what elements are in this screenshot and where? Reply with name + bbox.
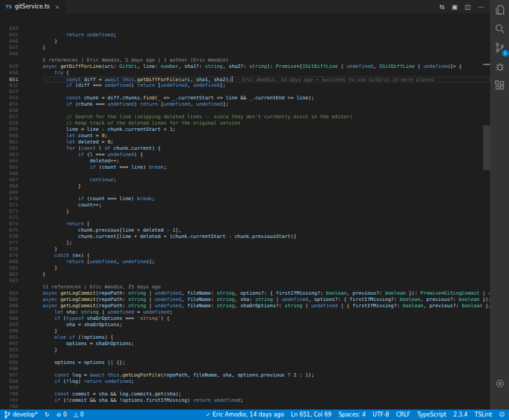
code-line[interactable]: 681 } <box>0 265 490 272</box>
line-number[interactable]: 695 <box>0 360 31 366</box>
line-number[interactable]: 674 <box>0 221 31 227</box>
code-line[interactable]: 655 if (chunk === undefined) return [und… <box>0 102 490 108</box>
line-number[interactable]: 698 <box>0 379 31 385</box>
code-line[interactable]: 684 async getLogCommit(repoPath: string … <box>0 290 490 297</box>
code-line[interactable]: 653 <box>0 89 490 95</box>
line-number[interactable]: 676 <box>0 234 31 240</box>
line-number[interactable]: 658 <box>0 120 31 127</box>
code-line[interactable]: 692 options = shaOrOptions; <box>0 341 490 347</box>
open-preview-icon[interactable]: ▣ <box>452 4 458 10</box>
line-number[interactable]: 664 <box>0 158 31 164</box>
code-line[interactable]: 674 return [ <box>0 221 490 227</box>
line-number[interactable]: 699 <box>0 385 31 391</box>
close-tab-icon[interactable]: × <box>55 4 60 10</box>
code-line[interactable]: 672 } <box>0 209 490 215</box>
code-line[interactable]: 675 chunk.previous[line + deleted - 1], <box>0 227 490 234</box>
line-number[interactable]: 656 <box>0 108 31 114</box>
code-line[interactable]: 656 <box>0 108 490 114</box>
code-line[interactable]: 690 } <box>0 328 490 335</box>
code-line[interactable]: 669 <box>0 190 490 196</box>
code-line[interactable]: 662 for (const l of chunk.current) { <box>0 146 490 152</box>
explorer-icon[interactable] <box>494 4 506 16</box>
code-line[interactable]: 680 return [undefined, undefined]; <box>0 259 490 265</box>
code-line[interactable]: 682 } <box>0 272 490 278</box>
code-line[interactable]: 652 if (diff === undefined) return [unde… <box>0 83 490 89</box>
code-line[interactable]: 645 return undefined; <box>0 32 490 38</box>
line-number[interactable]: 661 <box>0 139 31 146</box>
code-line[interactable]: 659 line = line - chunk.currentStart + 1… <box>0 127 490 133</box>
code-line[interactable]: 667 continue; <box>0 177 490 183</box>
line-number[interactable]: 697 <box>0 372 31 379</box>
code-line[interactable]: 686 async getLogCommit(repoPath: string … <box>0 303 490 309</box>
line-number[interactable]: 654 <box>0 95 31 102</box>
indentation-status[interactable]: Spaces: 4 <box>338 412 365 418</box>
line-number[interactable]: 644 <box>0 26 31 32</box>
code-line[interactable]: 694 <box>0 354 490 360</box>
line-number[interactable]: 657 <box>0 114 31 120</box>
code-line[interactable]: 699 <box>0 385 490 391</box>
warning-count[interactable]: △ 0 <box>74 412 83 418</box>
line-number[interactable]: 675 <box>0 227 31 234</box>
branch-indicator[interactable]: develop* <box>4 411 38 419</box>
code-line[interactable]: 677 ]; <box>0 240 490 246</box>
line-number[interactable]: 659 <box>0 127 31 133</box>
code-line[interactable]: 698 if (!log) return undefined; <box>0 379 490 385</box>
line-number[interactable]: 683 <box>0 278 31 284</box>
code-line[interactable]: 665 if (count === line) break; <box>0 164 490 171</box>
line-number[interactable]: 680 <box>0 259 31 265</box>
feedback-smiley-icon[interactable]: ☺ <box>499 412 505 418</box>
line-number[interactable]: 700 <box>0 391 31 398</box>
line-number[interactable]: 692 <box>0 341 31 347</box>
line-number[interactable]: 671 <box>0 202 31 209</box>
code-line[interactable]: 683 <box>0 278 490 284</box>
tslint-status[interactable]: TSLint <box>475 412 492 418</box>
line-number[interactable]: 660 <box>0 133 31 139</box>
code-line[interactable]: 660 let count = 0; <box>0 133 490 139</box>
code-line[interactable]: 691 else if (!options) { <box>0 335 490 341</box>
code-line[interactable]: 688 if (typeof shaOrOptions === 'string'… <box>0 316 490 322</box>
line-number[interactable]: 682 <box>0 272 31 278</box>
code-line[interactable]: 687 let sha: string | undefined = undefi… <box>0 309 490 316</box>
line-number[interactable]: 687 <box>0 309 31 316</box>
code-line[interactable]: 702 <box>0 404 490 410</box>
code-line[interactable]: 673 <box>0 215 490 221</box>
line-number[interactable]: 701 <box>0 398 31 404</box>
split-editor-icon[interactable]: ◫ <box>464 4 470 10</box>
code-line[interactable]: 695 options = options || {}; <box>0 360 490 366</box>
editor[interactable]: 644645 return undefined;646 }647 }648 2 … <box>0 13 490 410</box>
code-line[interactable]: 696 <box>0 366 490 372</box>
extensions-icon[interactable] <box>494 79 506 92</box>
line-number[interactable]: 666 <box>0 171 31 177</box>
line-number[interactable]: 649 <box>0 64 31 70</box>
line-number[interactable]: 681 <box>0 265 31 272</box>
code-line[interactable]: 650 try { <box>0 70 490 76</box>
sync-indicator[interactable]: ↻ <box>45 412 50 418</box>
code-line[interactable]: 701 if (!commit && sha && !options.first… <box>0 398 490 404</box>
code-line[interactable]: 670 if (count === line) break; <box>0 196 490 202</box>
search-icon[interactable] <box>494 22 506 35</box>
line-number[interactable]: 645 <box>0 32 31 38</box>
code-line[interactable]: 671 count++; <box>0 202 490 209</box>
code-line[interactable]: 664 deleted++; <box>0 158 490 164</box>
line-number[interactable]: 655 <box>0 102 31 108</box>
more-actions-icon[interactable]: ⋯ <box>477 4 484 10</box>
line-number[interactable]: 691 <box>0 335 31 341</box>
line-number[interactable]: 678 <box>0 246 31 253</box>
code-line[interactable]: 644 <box>0 26 490 32</box>
line-number[interactable]: 667 <box>0 177 31 183</box>
line-number[interactable]: 650 <box>0 70 31 76</box>
line-number[interactable]: 672 <box>0 209 31 215</box>
code-line[interactable]: 663 if (l === undefined) { <box>0 152 490 158</box>
codelens-row[interactable]: 11 references | Eric Amodio, 25 days ago <box>0 284 490 290</box>
code-line[interactable]: 658 // Keep track of the deleted lines f… <box>0 120 490 127</box>
line-number[interactable]: 685 <box>0 297 31 303</box>
encoding-status[interactable]: UTF-8 <box>372 412 389 418</box>
ts-version-status[interactable]: 2.3.4 <box>453 412 467 418</box>
code-line[interactable]: 657 // Search for the line (skipping del… <box>0 114 490 120</box>
code-line[interactable]: 679 catch (ex) { <box>0 253 490 259</box>
line-number[interactable]: 670 <box>0 196 31 202</box>
line-number[interactable]: 679 <box>0 253 31 259</box>
code-line[interactable]: 647 } <box>0 45 490 51</box>
code-line[interactable]: 689 sha = shaOrOptions; <box>0 322 490 328</box>
line-number[interactable]: 688 <box>0 316 31 322</box>
